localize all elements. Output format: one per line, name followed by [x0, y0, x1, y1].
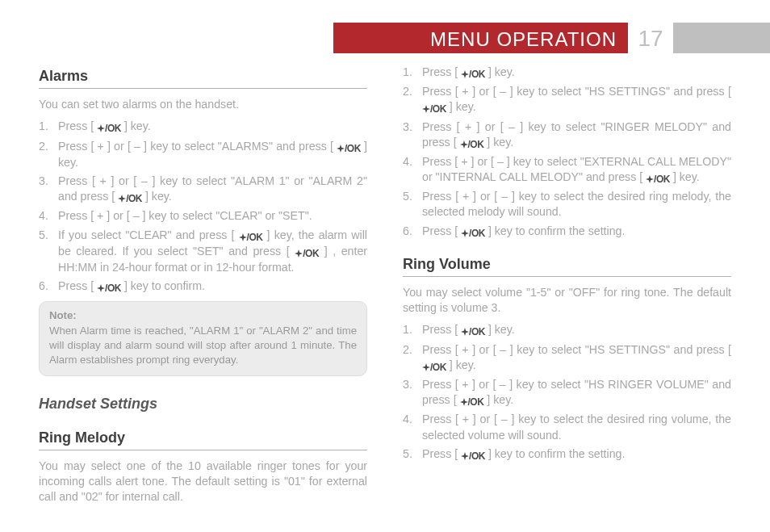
page-number: 17	[628, 23, 673, 53]
ring-volume-steps: Press [ /OK ] key.Press [ + ] or [ – ] k…	[403, 322, 731, 462]
menu-ok-icon: /OK	[461, 325, 485, 338]
handset-settings-heading: Handset Settings	[39, 394, 367, 413]
list-item: Press [ /OK ] key.	[403, 65, 731, 81]
list-item: Press [ + ] or [ – ] key to select "HS S…	[403, 342, 731, 374]
menu-ok-icon: /OK	[97, 282, 121, 295]
list-item: Press [ + ] or [ – ] key to select "ALAR…	[39, 174, 367, 205]
list-item: Press [ + ] or [ – ] key to select "HS S…	[403, 84, 731, 115]
menu-ok-icon: /OK	[460, 396, 484, 408]
list-item: Press [ + ] or [ – ] key to select "ALAR…	[39, 139, 367, 170]
list-item: Press [ /OK ] key to confirm the setting…	[403, 224, 731, 240]
list-item: Press [ + ] or [ – ] key to select "EXTE…	[403, 154, 731, 186]
list-item: Press [ /OK ] key to confirm.	[39, 279, 367, 295]
menu-ok-icon: /OK	[337, 142, 361, 155]
list-item: If you select "CLEAR" and press [ /OK ] …	[39, 228, 367, 276]
alarms-note: Note: When Alarm time is reached, "ALARM…	[39, 301, 367, 375]
menu-ok-icon: /OK	[460, 138, 484, 151]
ring-volume-intro: You may select volume "1-5" or "OFF" for…	[403, 285, 731, 316]
header-tab	[673, 23, 770, 53]
menu-ok-icon: /OK	[295, 247, 319, 260]
menu-ok-icon: /OK	[97, 122, 121, 135]
menu-ok-icon: /OK	[118, 192, 142, 205]
menu-ok-icon: /OK	[239, 231, 263, 244]
menu-ok-icon: /OK	[422, 103, 446, 115]
list-item: Press [ /OK ] key to confirm the setting…	[403, 446, 731, 463]
list-item: Press [ + ] or [ – ] key to select "RING…	[403, 119, 731, 151]
alarms-intro: You can set two alarms on the handset.	[39, 97, 367, 112]
list-item: Press [ + ] or [ – ] key to select "HS R…	[403, 377, 731, 408]
list-item: Press [ + ] or [ – ] key to select the d…	[403, 189, 731, 220]
alarms-steps: Press [ /OK ] key.Press [ + ] or [ – ] k…	[39, 119, 367, 295]
alarms-heading: Alarms	[39, 66, 367, 89]
list-item: Press [ + ] or [ – ] key to select "CLEA…	[39, 208, 367, 224]
list-item: Press [ /OK ] key.	[403, 322, 731, 338]
ring-melody-steps: Press [ /OK ] key.Press [ + ] or [ – ] k…	[403, 65, 731, 240]
ring-melody-heading: Ring Melody	[39, 428, 367, 450]
list-item: Press [ + ] or [ – ] key to select the d…	[403, 412, 731, 442]
ring-volume-heading: Ring Volume	[403, 254, 731, 277]
header-title: MENU OPERATION	[333, 23, 628, 53]
note-label: Note:	[49, 308, 357, 323]
menu-ok-icon: /OK	[646, 173, 670, 186]
ring-melody-intro: You may select one of the 10 available r…	[39, 459, 367, 505]
list-item: Press [ /OK ] key.	[39, 119, 367, 135]
page-body: Alarms You can set two alarms on the han…	[39, 65, 731, 513]
menu-ok-icon: /OK	[422, 361, 446, 374]
menu-ok-icon: /OK	[461, 227, 485, 240]
menu-ok-icon: /OK	[461, 68, 485, 81]
menu-ok-icon: /OK	[461, 450, 485, 463]
page-header: MENU OPERATION 17	[333, 23, 770, 53]
note-body: When Alarm time is reached, "ALARM 1" or…	[49, 325, 357, 366]
